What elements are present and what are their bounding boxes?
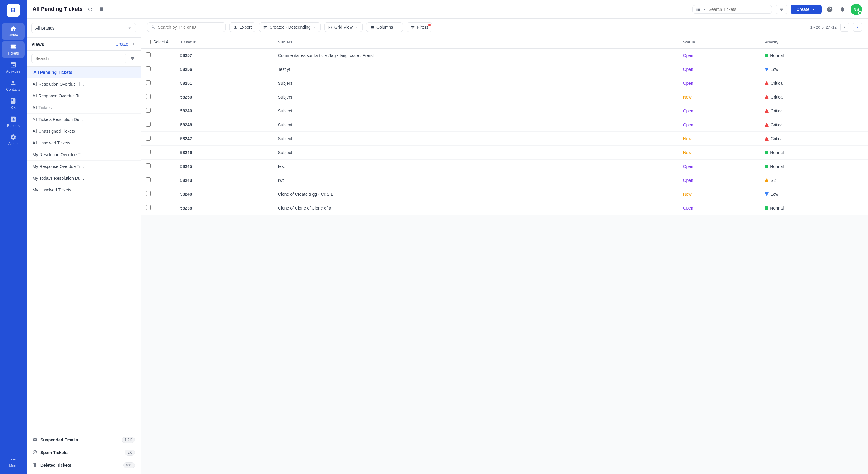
select-all-checkbox[interactable] xyxy=(146,39,151,44)
views-list: All Pending TicketsAll Resolution Overdu… xyxy=(27,67,141,431)
sidebar-item-kb[interactable]: KB xyxy=(2,95,25,112)
ticket-subject-cell: Subject xyxy=(273,90,678,104)
sidebar-item-home[interactable]: Home xyxy=(2,23,25,40)
row-checkbox[interactable] xyxy=(146,205,151,210)
sidebar-item-label: Admin xyxy=(8,142,19,146)
table-row[interactable]: 58257 Commentaires sur l'article :Tag - … xyxy=(141,48,868,62)
views-header: Views Create xyxy=(27,38,141,51)
columns-button[interactable]: Columns xyxy=(366,22,403,32)
prev-page-button[interactable] xyxy=(840,23,849,32)
views-search-input[interactable] xyxy=(31,54,126,63)
view-item[interactable]: All Resolution Overdue Ti... xyxy=(27,78,141,90)
content-area: All Brands Views Create All Pending xyxy=(27,19,868,474)
table-row[interactable]: 58250 Subject New Critical xyxy=(141,90,868,104)
contacts-icon xyxy=(10,80,17,86)
table-row[interactable]: 58247 Subject New Critical xyxy=(141,132,868,146)
deleted-icon xyxy=(33,463,37,468)
sidebar-item-contacts[interactable]: Contacts xyxy=(2,77,25,94)
filter-icon xyxy=(779,7,784,12)
sidebar-item-more[interactable]: More xyxy=(2,453,25,470)
brands-dropdown[interactable]: All Brands xyxy=(31,23,136,33)
view-item[interactable]: All Tickets Resolution Du... xyxy=(27,114,141,125)
ticket-subject-cell: Subject xyxy=(273,104,678,118)
special-item-spam[interactable]: Spam Tickets 2K xyxy=(27,446,141,459)
sidebar-item-activities[interactable]: Activities xyxy=(2,59,25,76)
table-row[interactable]: 58243 rwt Open S2 xyxy=(141,173,868,187)
views-filter-button[interactable] xyxy=(129,55,136,62)
row-checkbox[interactable] xyxy=(146,191,151,196)
col-priority: Priority xyxy=(760,36,868,48)
refresh-icon xyxy=(88,7,93,12)
row-checkbox[interactable] xyxy=(146,136,151,140)
ticket-id-cell: 58243 xyxy=(176,173,273,187)
ticket-priority-cell: Low xyxy=(760,62,868,76)
view-item[interactable]: My Unsolved Tickets xyxy=(27,184,141,196)
table-row[interactable]: 58238 Clone of Clone of Clone of a Open … xyxy=(141,201,868,215)
page-title: All Pending Tickets xyxy=(33,6,83,12)
table-row[interactable]: 58240 Clone of Create trigg - Cc 2.1 New… xyxy=(141,187,868,201)
ticket-subject-cell: Subject xyxy=(273,132,678,146)
notifications-button[interactable] xyxy=(838,5,847,14)
ticket-id-cell: 58246 xyxy=(176,146,273,159)
view-item[interactable]: All Unassigned Tickets xyxy=(27,125,141,137)
ticket-priority-cell: Critical xyxy=(760,104,868,118)
toolbar-search-input[interactable] xyxy=(158,25,222,30)
row-checkbox[interactable] xyxy=(146,177,151,182)
row-checkbox[interactable] xyxy=(146,66,151,71)
global-filter-button[interactable] xyxy=(776,5,787,14)
row-checkbox[interactable] xyxy=(146,94,151,99)
view-button[interactable]: Grid View xyxy=(324,22,363,32)
special-item-label: Spam Tickets xyxy=(40,450,67,455)
table-row[interactable]: 58248 Subject Open Critical xyxy=(141,118,868,132)
table-row[interactable]: 58251 Subject Open Critical xyxy=(141,76,868,90)
col-ticket-id: Ticket ID xyxy=(176,36,273,48)
sidebar-item-tickets[interactable]: Tickets xyxy=(2,41,25,58)
row-checkbox[interactable] xyxy=(146,108,151,113)
activities-icon xyxy=(10,62,17,68)
chevron-down-icon xyxy=(395,25,399,29)
view-item[interactable]: My Response Overdue Ti... xyxy=(27,161,141,172)
create-button[interactable]: Create xyxy=(791,4,822,14)
filter-active-dot xyxy=(428,24,431,26)
ticket-priority-cell: Normal xyxy=(760,146,868,159)
row-checkbox-cell xyxy=(141,187,176,201)
row-checkbox[interactable] xyxy=(146,53,151,57)
special-item-deleted[interactable]: Deleted Tickets 931 xyxy=(27,459,141,472)
toolbar-search-area xyxy=(147,22,226,32)
sidebar-item-reports[interactable]: Reports xyxy=(2,114,25,130)
table-row[interactable]: 58256 Test yt Open Low xyxy=(141,62,868,76)
row-checkbox[interactable] xyxy=(146,122,151,127)
row-checkbox[interactable] xyxy=(146,150,151,154)
help-button[interactable] xyxy=(825,5,834,14)
view-item[interactable]: All Pending Tickets xyxy=(27,67,141,78)
view-item[interactable]: All Tickets xyxy=(27,102,141,114)
special-item-suspended[interactable]: Suspended Emails 1.2K xyxy=(27,434,141,446)
table-row[interactable]: 58246 Subject New Normal xyxy=(141,146,868,159)
search-icon xyxy=(151,25,155,30)
table-row[interactable]: 58245 test Open Normal xyxy=(141,159,868,173)
app-logo[interactable]: B xyxy=(7,4,20,17)
bookmark-button[interactable] xyxy=(98,5,105,13)
global-search-input[interactable] xyxy=(709,7,769,12)
export-button[interactable]: Export xyxy=(229,22,255,32)
view-item[interactable]: My Resolution Overdue T... xyxy=(27,149,141,161)
view-item[interactable]: All Unsolved Tickets xyxy=(27,137,141,149)
refresh-button[interactable] xyxy=(86,5,94,13)
view-item[interactable]: My Todays Resolution Du... xyxy=(27,172,141,184)
row-checkbox[interactable] xyxy=(146,163,151,168)
table-row[interactable]: 58249 Subject Open Critical xyxy=(141,104,868,118)
sort-button[interactable]: Created - Descending xyxy=(259,22,320,32)
collapse-icon[interactable] xyxy=(131,41,136,47)
views-create-link[interactable]: Create xyxy=(116,42,128,46)
sidebar-item-admin[interactable]: Admin xyxy=(2,131,25,148)
avatar[interactable]: NS xyxy=(850,4,862,15)
ticket-status-cell: New xyxy=(678,146,760,159)
next-page-button[interactable] xyxy=(853,23,862,32)
ticket-subject-cell: Subject xyxy=(273,146,678,159)
ticket-id-cell: 58238 xyxy=(176,201,273,215)
view-item[interactable]: All Response Overdue Ti... xyxy=(27,90,141,102)
row-checkbox-cell xyxy=(141,201,176,215)
row-checkbox[interactable] xyxy=(146,80,151,85)
ticket-priority-cell: Normal xyxy=(760,48,868,62)
filters-button[interactable]: Filters xyxy=(407,22,432,32)
